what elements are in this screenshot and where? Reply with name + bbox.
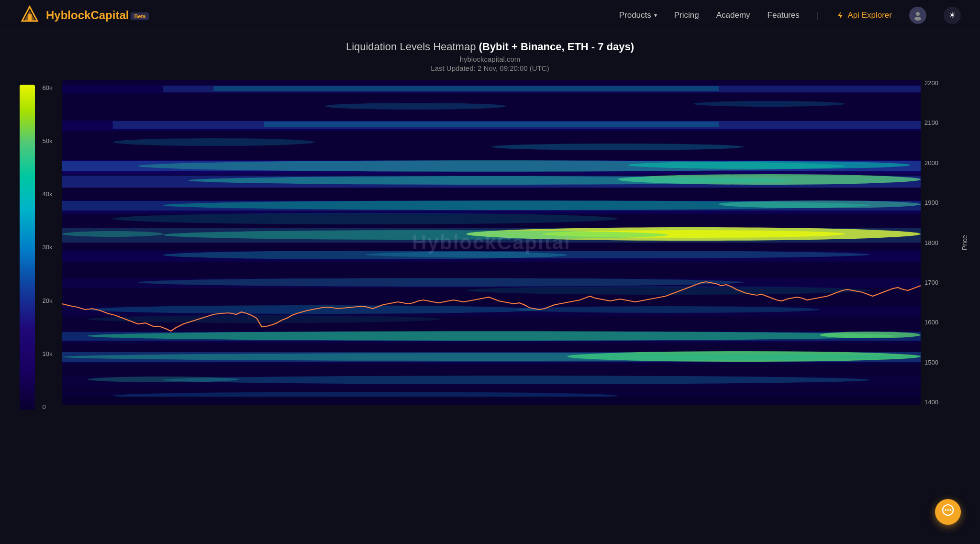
chat-button[interactable] bbox=[935, 499, 961, 525]
svg-point-28 bbox=[62, 231, 163, 237]
svg-point-36 bbox=[517, 306, 820, 313]
chart-updated: Last Updated: 2 Nov, 09:20:00 (UTC) bbox=[0, 64, 980, 72]
svg-point-39 bbox=[88, 331, 895, 341]
svg-marker-3 bbox=[838, 12, 843, 19]
axis-2200: 2200 bbox=[924, 80, 959, 86]
chart-area: HyblockCapital bbox=[62, 80, 921, 405]
svg-rect-2 bbox=[28, 14, 32, 21]
svg-point-53 bbox=[325, 103, 507, 110]
user-avatar[interactable] bbox=[909, 7, 926, 24]
svg-point-52 bbox=[491, 144, 744, 150]
right-axis-area: 2200 2100 2000 1900 1800 1700 1600 1500 … bbox=[921, 80, 970, 410]
svg-point-44 bbox=[62, 353, 921, 361]
legend-area: 60k 50k 40k 30k 20k 10k 0 bbox=[10, 80, 62, 410]
chart-subtitle: hyblockcapital.com bbox=[0, 55, 980, 63]
svg-point-31 bbox=[365, 251, 870, 258]
svg-point-47 bbox=[88, 377, 239, 382]
svg-point-51 bbox=[113, 138, 315, 146]
lightning-icon bbox=[836, 11, 845, 20]
svg-point-59 bbox=[945, 509, 947, 511]
price-axis-title: Price bbox=[959, 80, 970, 405]
chart-title-area: Liquidation Levels Heatmap (Bybit + Bina… bbox=[0, 41, 980, 72]
chat-icon bbox=[941, 504, 955, 521]
nav-academy[interactable]: Academy bbox=[716, 11, 750, 20]
right-axis: 2200 2100 2000 1900 1800 1700 1600 1500 … bbox=[921, 80, 959, 405]
navbar: HyblockCapitalBeta Products ▾ Pricing Ac… bbox=[0, 0, 980, 31]
axis-2000: 2000 bbox=[924, 160, 959, 166]
svg-point-23 bbox=[719, 200, 921, 208]
svg-point-27 bbox=[163, 230, 668, 240]
main-content: Liquidation Levels Heatmap (Bybit + Bina… bbox=[0, 31, 980, 410]
theme-toggle-button[interactable]: ☀ bbox=[944, 7, 961, 24]
nav-pricing[interactable]: Pricing bbox=[674, 11, 699, 20]
svg-rect-12 bbox=[264, 122, 719, 127]
legend-label-10k: 10k bbox=[43, 351, 53, 357]
legend-label-50k: 50k bbox=[43, 138, 53, 144]
nav-right: Products ▾ Pricing Academy Features | Ap… bbox=[619, 7, 961, 24]
nav-products[interactable]: Products ▾ bbox=[619, 11, 657, 20]
nav-divider: | bbox=[817, 11, 819, 21]
sun-icon: ☀ bbox=[948, 10, 956, 21]
svg-rect-50 bbox=[62, 397, 921, 405]
legend-label-40k: 40k bbox=[43, 191, 53, 197]
avatar-icon bbox=[913, 10, 923, 21]
svg-point-46 bbox=[163, 376, 870, 384]
svg-point-16 bbox=[628, 161, 911, 169]
axis-1400: 1400 bbox=[924, 399, 959, 405]
svg-point-4 bbox=[916, 12, 920, 16]
chevron-down-icon: ▾ bbox=[654, 12, 657, 19]
svg-point-5 bbox=[914, 17, 921, 21]
legend-label-0: 0 bbox=[43, 404, 53, 410]
legend-labels: 60k 50k 40k 30k 20k 10k 0 bbox=[43, 85, 53, 410]
legend-gradient bbox=[20, 85, 35, 410]
logo-text: HyblockCapitalBeta bbox=[46, 9, 149, 22]
legend-label-20k: 20k bbox=[43, 298, 53, 304]
logo-area: HyblockCapitalBeta bbox=[19, 5, 149, 26]
axis-2100: 2100 bbox=[924, 120, 959, 126]
heatmap-svg bbox=[62, 80, 921, 405]
legend-label-30k: 30k bbox=[43, 244, 53, 250]
svg-point-60 bbox=[947, 509, 949, 511]
svg-point-33 bbox=[138, 278, 744, 287]
svg-rect-9 bbox=[214, 86, 719, 91]
svg-point-61 bbox=[949, 509, 951, 511]
svg-point-55 bbox=[113, 213, 618, 224]
logo-icon bbox=[19, 5, 40, 26]
chart-wrapper: 60k 50k 40k 30k 20k 10k 0 HyblockCapital bbox=[10, 80, 970, 410]
svg-point-19 bbox=[189, 176, 794, 185]
svg-point-56 bbox=[466, 286, 870, 295]
svg-point-54 bbox=[693, 101, 845, 107]
axis-1900: 1900 bbox=[924, 200, 959, 206]
axis-1600: 1600 bbox=[924, 319, 959, 325]
api-explorer-link[interactable]: Api Explorer bbox=[836, 11, 892, 20]
svg-point-40 bbox=[820, 332, 921, 338]
axis-1800: 1800 bbox=[924, 240, 959, 246]
axis-1500: 1500 bbox=[924, 359, 959, 366]
nav-features[interactable]: Features bbox=[768, 11, 800, 20]
legend-label-60k: 60k bbox=[43, 85, 53, 91]
chart-title: Liquidation Levels Heatmap (Bybit + Bina… bbox=[0, 41, 980, 53]
svg-point-57 bbox=[88, 315, 441, 323]
axis-1700: 1700 bbox=[924, 279, 959, 286]
